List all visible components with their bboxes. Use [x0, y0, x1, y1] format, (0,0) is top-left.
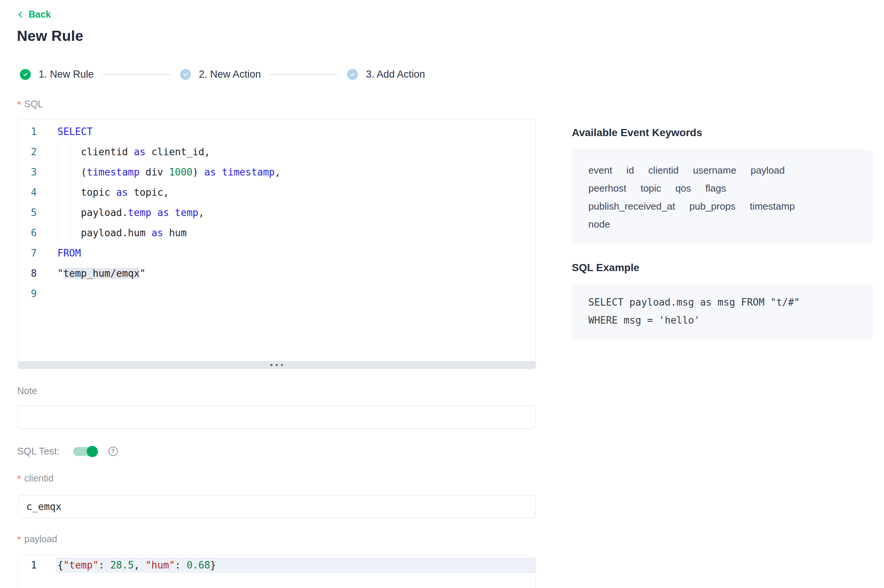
keyword-item: peerhost	[588, 183, 626, 194]
line-content: SELECT	[57, 122, 535, 142]
code-line: 2 clientid as client_id,	[18, 142, 535, 162]
clientid-field-label: * clientid	[17, 473, 54, 484]
line-content: topic as topic,	[57, 182, 535, 202]
code-line: 9	[18, 284, 535, 304]
sql-test-label: SQL Test:	[17, 446, 60, 457]
code-line: 5 payload.temp as temp,	[18, 202, 535, 223]
code-line: 6 payload.hum as hum	[18, 223, 535, 243]
line-number: 4	[18, 182, 57, 202]
editor-resize-handle[interactable]	[18, 361, 536, 369]
sql-test-row: SQL Test: ?	[17, 446, 118, 457]
note-label-text: Note	[17, 386, 37, 396]
code-line: 8"temp_hum/emqx"	[18, 263, 535, 284]
keyword-item: pub_props	[689, 201, 735, 212]
step-connector	[102, 74, 171, 75]
keyword-row: publish_received_atpub_propstimestamp	[588, 197, 856, 215]
keyword-row: node	[588, 215, 856, 233]
clientid-input[interactable]	[18, 495, 536, 518]
sql-label-text: SQL	[24, 99, 43, 110]
keywords-card: eventidclientidusernamepayloadpeerhostto…	[572, 149, 873, 244]
sql-code-area[interactable]: 1SELECT2 clientid as client_id,3 (timest…	[18, 119, 535, 304]
clientid-label-text: clientid	[24, 473, 54, 484]
line-content: {"temp": 28.5, "hum": 0.68}	[56, 557, 535, 573]
step-check-icon	[347, 69, 358, 80]
keyword-row: eventidclientidusernamepayload	[588, 161, 856, 179]
step-label: 3. Add Action	[366, 69, 425, 80]
note-field-label: Note	[17, 386, 37, 396]
resize-dot-icon	[276, 364, 278, 366]
step-connector	[269, 74, 338, 75]
payload-field-label: * payload	[17, 534, 57, 544]
example-code-line: WHERE msg = 'hello'	[588, 311, 856, 329]
steps: 1. New Rule2. New Action3. Add Action	[20, 69, 425, 80]
keyword-item: node	[588, 219, 610, 230]
keyword-row: peerhosttopicqosflags	[588, 179, 856, 197]
toggle-knob	[87, 446, 98, 457]
line-number: 6	[18, 223, 57, 243]
step-check-icon	[20, 69, 31, 80]
line-content: FROM	[57, 243, 535, 263]
sql-test-toggle[interactable]	[73, 447, 97, 456]
line-number: 5	[18, 202, 57, 223]
payload-label-text: payload	[24, 534, 57, 544]
keyword-item: publish_received_at	[588, 201, 675, 212]
note-input[interactable]	[18, 405, 536, 429]
back-link[interactable]: Back	[17, 9, 51, 20]
back-label: Back	[29, 9, 51, 20]
required-asterisk: *	[17, 99, 21, 110]
keyword-item: topic	[640, 183, 661, 194]
help-icon[interactable]: ?	[108, 447, 118, 456]
code-line: 1SELECT	[18, 122, 535, 142]
required-asterisk: *	[17, 534, 21, 545]
line-number: 3	[18, 162, 57, 182]
line-number: 1	[18, 122, 57, 142]
keyword-item: payload	[750, 165, 785, 176]
keyword-item: timestamp	[750, 201, 795, 212]
step-label: 1. New Rule	[39, 69, 94, 80]
payload-code-area[interactable]: 1{"temp": 28.5, "hum": 0.68}	[18, 555, 535, 573]
code-line: 1{"temp": 28.5, "hum": 0.68}	[18, 557, 535, 573]
example-card: SELECT payload.msg as msg FROM "t/#"WHER…	[572, 284, 873, 340]
example-code-line: SELECT payload.msg as msg FROM "t/#"	[588, 293, 856, 311]
code-line: 3 (timestamp div 1000) as timestamp,	[18, 162, 535, 182]
line-number: 7	[18, 243, 57, 263]
line-number: 1	[18, 557, 57, 573]
line-content: clientid as client_id,	[57, 142, 535, 162]
step-item-3[interactable]: 3. Add Action	[347, 69, 425, 80]
line-number: 9	[18, 284, 57, 304]
payload-code-editor[interactable]: 1{"temp": 28.5, "hum": 0.68}	[18, 555, 536, 588]
keyword-item: id	[627, 165, 634, 176]
line-number: 2	[18, 142, 57, 162]
chevron-left-icon	[17, 10, 25, 19]
step-item-2[interactable]: 2. New Action	[180, 69, 261, 80]
keyword-item: username	[693, 165, 737, 176]
line-content: (timestamp div 1000) as timestamp,	[57, 162, 535, 182]
code-line: 7FROM	[18, 243, 535, 263]
line-content: payload.hum as hum	[57, 223, 535, 243]
sql-code-editor[interactable]: 1SELECT2 clientid as client_id,3 (timest…	[18, 119, 536, 369]
resize-dot-icon	[271, 364, 272, 366]
line-number: 8	[18, 263, 57, 284]
line-content: payload.temp as temp,	[57, 202, 535, 223]
step-check-icon	[180, 69, 191, 80]
example-heading: SQL Example	[572, 262, 639, 274]
keyword-item: clientid	[648, 165, 679, 176]
step-label: 2. New Action	[199, 69, 261, 80]
keywords-heading: Available Event Keywords	[572, 127, 702, 139]
keyword-item: flags	[705, 183, 726, 194]
new-rule-page: Back New Rule 1. New Rule2. New Action3.…	[0, 0, 884, 588]
step-item-1[interactable]: 1. New Rule	[20, 69, 94, 80]
keyword-item: event	[588, 165, 612, 176]
sql-field-label: * SQL	[17, 99, 43, 110]
resize-dot-icon	[281, 364, 283, 366]
required-asterisk: *	[17, 474, 21, 484]
line-content	[57, 284, 535, 304]
keyword-item: qos	[675, 183, 691, 194]
line-content: "temp_hum/emqx"	[57, 263, 535, 284]
page-title: New Rule	[17, 28, 83, 44]
code-line: 4 topic as topic,	[18, 182, 535, 202]
